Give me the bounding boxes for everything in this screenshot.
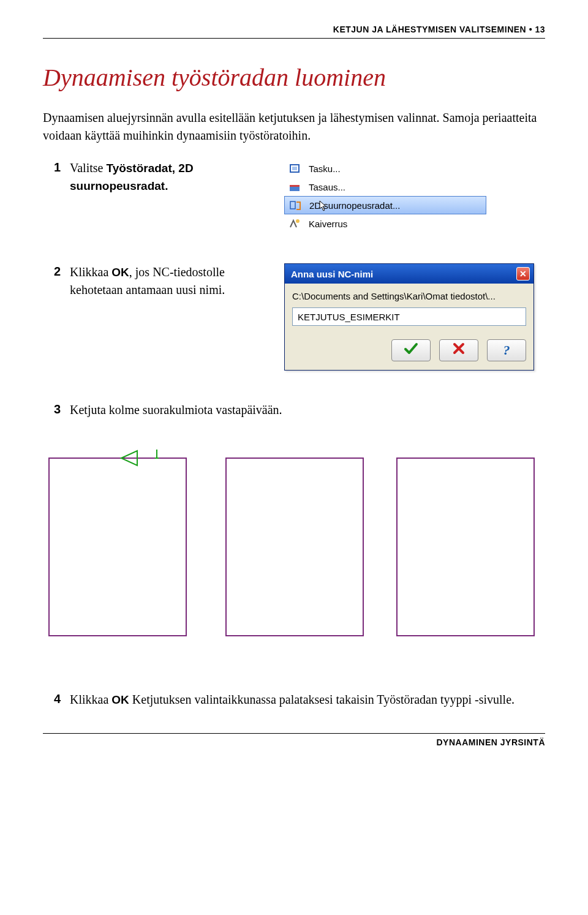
page-header: KETJUN JA LÄHESTYMISEN VALITSEMINEN • 13 [43,24,545,39]
section-title: Dynaamisen työstöradan luominen [43,63,545,92]
menu-item-tasaus[interactable]: Tasaus... [284,178,486,196]
svg-rect-11 [397,458,534,636]
pocket-icon [287,162,303,175]
highspeed-icon [287,198,303,212]
step-text: Klikkaa OK, jos NC-tiedostolle kehotetaa… [70,263,272,299]
header-bullet: • [529,24,532,34]
svg-rect-3 [290,185,300,187]
step-text: Valitse Työstöradat, 2D suurnopeusradat. [70,159,272,195]
close-icon: ✕ [519,269,527,279]
nc-name-dialog: Anna uusi NC-nimi ✕ C:\Documents and Set… [284,263,534,371]
step-text: Klikkaa OK Ketjutuksen valintaikkunassa … [70,691,514,709]
context-menu-screenshot: Tasku... Tasaus... 2D suurnopeusradat... [284,159,486,233]
step-number: 1 [43,159,70,175]
menu-label: Kaiverrus [309,219,347,229]
svg-rect-6 [49,458,186,636]
step-2: 2 Klikkaa OK, jos NC-tiedostolle kehotet… [43,263,545,371]
rectangle-1 [47,450,200,642]
step-number: 2 [43,263,70,279]
menu-label: Tasaus... [309,182,345,192]
dialog-path-label: C:\Documents and Settings\Kari\Omat tied… [292,291,526,301]
question-icon: ? [503,342,510,358]
step-4: 4 Klikkaa OK Ketjutuksen valintaikkunass… [43,691,545,709]
dialog-body: C:\Documents and Settings\Kari\Omat tied… [285,284,533,370]
step-number: 3 [43,401,70,416]
dialog-ok-button[interactable] [391,339,431,361]
menu-item-kaiverrus[interactable]: Kaiverrus [284,214,486,233]
dialog-help-button[interactable]: ? [487,339,526,361]
step-text: Ketjuta kolme suorakulmiota vastapäivään… [70,401,282,419]
step-3: 3 Ketjuta kolme suorakulmiota vastapäivä… [43,401,545,419]
header-page-number: 13 [535,24,545,34]
mouse-cursor-icon [319,200,328,213]
step-number: 4 [43,691,70,706]
rectangle-3 [388,450,541,642]
svg-rect-4 [290,201,295,209]
dialog-button-row: ? [292,339,526,361]
menu-item-2d-suurnopeusradat[interactable]: 2D suurnopeusradat... [284,196,486,214]
rectangles-illustration [43,450,545,642]
dialog-cancel-button[interactable] [439,339,478,361]
header-section: KETJUN JA LÄHESTYMISEN VALITSEMINEN [333,24,526,34]
dialog-titlebar: Anna uusi NC-nimi ✕ [285,264,533,284]
menu-item-tasku[interactable]: Tasku... [284,159,486,178]
engrave-icon [287,217,303,230]
step-bold-term: OK [111,693,129,706]
page-footer: DYNAAMINEN JYRSINTÄ [43,733,545,747]
menu-label: Tasku... [309,164,341,174]
rectangle-2 [217,450,371,642]
cross-icon [452,342,466,359]
facing-icon [287,180,303,194]
svg-rect-2 [290,187,300,191]
dialog-close-button[interactable]: ✕ [516,267,530,281]
nc-name-input[interactable] [292,307,526,326]
svg-point-5 [296,219,300,223]
intro-paragraph: Dynaamisen aluejyrsinnän avulla esitellä… [43,109,545,145]
step-1: 1 Valitse Työstöradat, 2D suurnopeusrada… [43,159,545,233]
checkmark-icon [404,342,418,359]
svg-rect-1 [292,167,297,170]
dialog-title: Anna uusi NC-nimi [291,269,373,279]
svg-rect-10 [226,458,363,636]
step-bold-term: OK [111,266,129,279]
